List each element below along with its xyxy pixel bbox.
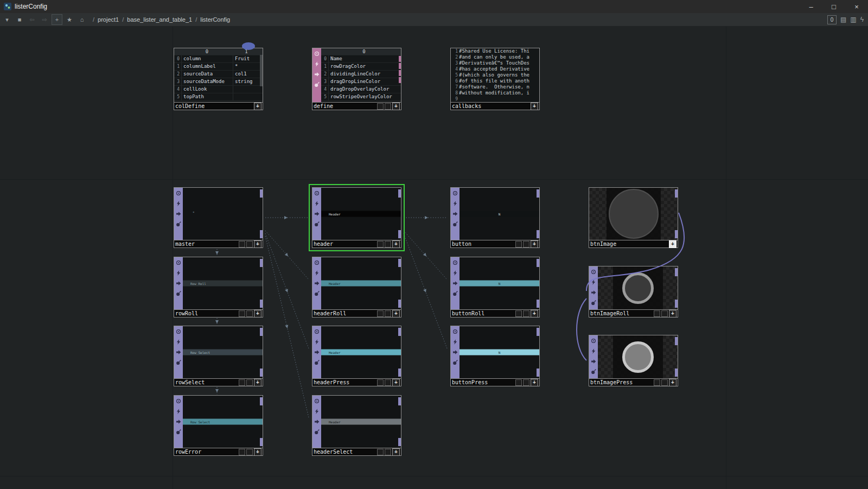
expand-plus-button[interactable]: + [531, 310, 538, 317]
bomb-icon[interactable] [176, 221, 181, 227]
node-flag-button[interactable] [385, 241, 391, 247]
node-viewer[interactable] [589, 266, 678, 310]
node-flag-button[interactable] [385, 379, 391, 386]
bypass-flag-icon[interactable] [314, 61, 320, 67]
node-buttonPress[interactable]: NbuttonPress+ [450, 326, 540, 386]
node-callbacks[interactable]: 1#Shared Use License: Thi2#and can only … [450, 48, 540, 110]
node-rowRoll[interactable]: Row RollrowRoll+ [174, 257, 263, 317]
export-flag-icon[interactable] [452, 350, 458, 355]
bypass-flag-icon[interactable] [591, 280, 596, 285]
export-flag-icon[interactable] [314, 72, 320, 77]
forward-icon[interactable]: ⇨ [39, 14, 50, 25]
viewer-flag-icon[interactable] [176, 398, 181, 404]
breadcrumb-item[interactable]: base_lister_and_table_1 [127, 16, 192, 23]
export-flag-icon[interactable] [591, 290, 596, 295]
bypass-flag-icon[interactable] [176, 339, 181, 345]
param-connector-top[interactable] [537, 189, 539, 198]
node-name-label[interactable]: rowError [175, 449, 238, 455]
node-define[interactable]: 00Name1rowDragColor2dividingLineColor3dr… [312, 48, 401, 110]
bypass-flag-icon[interactable] [314, 201, 320, 206]
expand-plus-button[interactable]: + [531, 379, 538, 386]
param-connector-bottom[interactable] [398, 438, 401, 446]
param-connector-bottom[interactable] [260, 369, 263, 377]
node-name-label[interactable]: btnImage [590, 241, 668, 247]
node-viewer[interactable]: 00Name1rowDragColor2dividingLineColor3dr… [312, 48, 401, 103]
node-name-label[interactable]: rowRoll [175, 310, 238, 316]
param-connector-bottom[interactable] [398, 300, 401, 308]
export-flag-icon[interactable] [314, 350, 320, 355]
node-name-label[interactable]: btnImagePress [590, 379, 653, 385]
export-flag-icon[interactable] [591, 359, 596, 364]
node-flag-button[interactable] [246, 449, 253, 455]
node-name-label[interactable]: colDefine [175, 103, 253, 109]
node-name-label[interactable]: header [314, 241, 376, 247]
param-connector-bottom[interactable] [398, 230, 401, 238]
bypass-flag-icon[interactable] [591, 348, 596, 354]
node-headerSelect[interactable]: HeaderheaderSelect+ [312, 395, 401, 456]
node-flag-button[interactable] [523, 241, 529, 247]
viewer-flag-icon[interactable] [591, 269, 596, 275]
node-viewer[interactable]: * [174, 187, 263, 240]
node-name-label[interactable]: headerSelect [314, 449, 376, 455]
node-name-label[interactable]: callbacks [452, 103, 529, 109]
dock-indicator[interactable] [242, 42, 255, 50]
expand-plus-button[interactable]: + [531, 240, 538, 248]
node-flag-button[interactable] [385, 310, 391, 317]
node-name-label[interactable]: button [452, 241, 514, 247]
viewer-flag-icon[interactable] [452, 329, 458, 334]
param-connector-top[interactable] [675, 189, 678, 198]
expand-plus-button[interactable]: + [669, 379, 676, 386]
node-flag-button[interactable] [377, 103, 384, 110]
node-viewer[interactable]: N [450, 187, 540, 240]
node-name-label[interactable]: headerPress [314, 379, 376, 385]
expand-plus-button[interactable]: + [254, 240, 261, 248]
node-flag-button[interactable] [239, 241, 245, 247]
export-flag-icon[interactable] [176, 419, 181, 424]
node-flag-button[interactable] [654, 379, 660, 386]
maximize-button[interactable]: □ [822, 0, 845, 13]
param-connector-bottom[interactable] [675, 369, 678, 377]
bypass-flag-icon[interactable] [452, 201, 458, 206]
node-flag-button[interactable] [246, 310, 253, 317]
param-connector-top[interactable] [260, 189, 263, 198]
param-connector-top[interactable] [537, 259, 539, 267]
overlay-count-badge[interactable]: 0 [827, 15, 837, 24]
node-name-label[interactable]: rowSelect [175, 379, 238, 385]
param-connector-bottom[interactable] [675, 300, 678, 308]
node-rowError[interactable]: Row SelectrowError+ [174, 395, 263, 456]
panel-layout-icon[interactable]: ▤ [840, 16, 846, 23]
param-connector-top[interactable] [398, 397, 401, 405]
expand-plus-button[interactable]: + [254, 379, 261, 386]
expand-plus-button[interactable]: + [254, 310, 261, 317]
viewer-flag-icon[interactable] [591, 338, 596, 344]
param-connector-top[interactable] [398, 189, 401, 198]
home-icon[interactable]: ⌂ [76, 14, 87, 25]
node-name-label[interactable]: btnImageRoll [590, 310, 653, 316]
node-headerPress[interactable]: HeaderheaderPress+ [312, 326, 401, 386]
breadcrumb-item[interactable]: listerConfig [200, 16, 230, 23]
node-name-label[interactable]: buttonRoll [452, 310, 514, 316]
param-connector-top[interactable] [398, 328, 401, 336]
node-headerRoll[interactable]: HeaderheaderRoll+ [312, 257, 401, 317]
node-viewer[interactable]: Header [312, 395, 401, 448]
viewer-flag-icon[interactable] [314, 329, 320, 334]
viewer-flag-icon[interactable] [314, 51, 320, 56]
bypass-flag-icon[interactable] [176, 270, 181, 276]
param-connector-top[interactable] [675, 337, 678, 345]
node-buttonRoll[interactable]: NbuttonRoll+ [450, 257, 540, 317]
scrollbar[interactable] [260, 55, 263, 86]
node-flag-button[interactable] [515, 310, 522, 317]
node-flag-button[interactable] [654, 310, 660, 317]
export-flag-icon[interactable] [452, 211, 458, 217]
export-flag-icon[interactable] [314, 211, 320, 217]
expand-plus-button[interactable]: + [392, 240, 400, 248]
close-button[interactable]: × [845, 0, 868, 13]
node-name-label[interactable]: define [314, 103, 376, 109]
node-flag-button[interactable] [239, 379, 245, 386]
node-colDefine[interactable]: 010columnFruit1columnLabel*2sourceDataco… [174, 48, 263, 110]
back-icon[interactable]: ⇦ [27, 14, 37, 25]
viewer-flag-icon[interactable] [176, 260, 181, 265]
node-flag-button[interactable] [239, 449, 245, 455]
bomb-icon[interactable] [314, 291, 320, 296]
breadcrumb-item[interactable]: project1 [98, 16, 119, 23]
